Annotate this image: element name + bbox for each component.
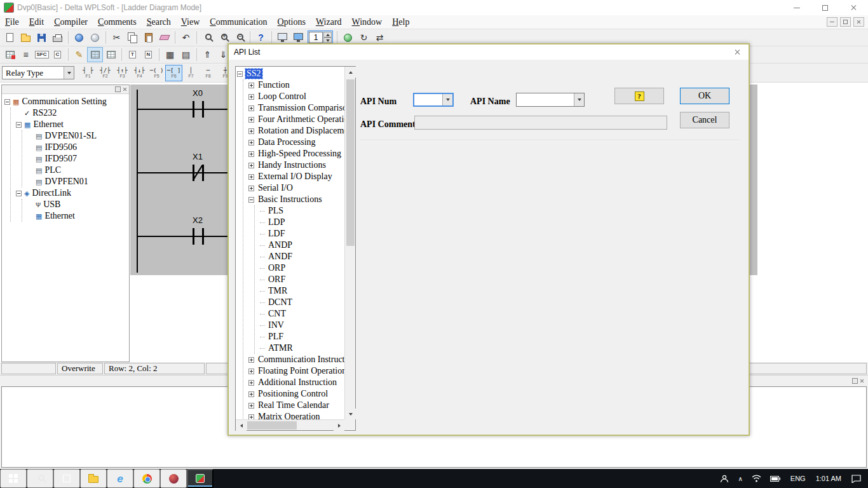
expand-box-icon[interactable] [248, 403, 254, 409]
api-item-andf[interactable]: ANDF [260, 251, 344, 262]
menu-compiler[interactable]: Compiler [49, 17, 93, 28]
api-category-high-speed-processing[interactable]: High-Speed Processing [248, 148, 344, 159]
api-num-dropdown-button[interactable] [442, 94, 452, 105]
api-item-ldf[interactable]: LDF [260, 228, 344, 240]
mdi-close-button[interactable] [853, 17, 864, 27]
api-item-dcnt[interactable]: DCNT [260, 297, 344, 308]
scroll-down-button[interactable] [345, 409, 356, 419]
wplsoft-button[interactable] [187, 469, 214, 488]
tray-people-icon[interactable] [715, 469, 733, 488]
compile-instruction-button[interactable]: ▤ [178, 47, 194, 62]
api-category-function[interactable]: Function [248, 79, 344, 91]
tree-item-ethernet[interactable]: ▦Ethernet [27, 210, 129, 222]
paste-button[interactable] [140, 30, 156, 45]
cancel-button[interactable]: Cancel [680, 112, 729, 128]
new-file-button[interactable] [2, 30, 18, 45]
ladder-contact-open-button[interactable]: ┤ ├F1 [79, 65, 97, 81]
api-category-basic-instructions[interactable]: Basic Instructions [248, 194, 344, 205]
expand-box-icon[interactable] [248, 94, 254, 100]
print-button[interactable] [50, 30, 65, 45]
expand-box-icon[interactable] [248, 357, 254, 363]
step-value[interactable]: 1 [309, 32, 323, 43]
api-category-handy-instructions[interactable]: Handy Instructions [248, 159, 344, 171]
compile-ladder-button[interactable]: ▦ [162, 47, 178, 62]
horizontal-scrollbar[interactable] [236, 419, 344, 430]
simulator-start-button[interactable] [71, 30, 87, 45]
find-button[interactable] [200, 30, 215, 45]
api-category-four-arithmetic-operations[interactable]: Four Arithmetic Operations [248, 114, 344, 125]
menu-edit[interactable]: Edit [24, 17, 49, 28]
cut-button[interactable]: ✂ [109, 30, 125, 45]
ladder-vertical-line-button[interactable]: │F7 [182, 65, 200, 81]
collapse-box-icon[interactable] [248, 197, 254, 203]
monitor-table-button[interactable] [103, 47, 119, 62]
api-item-inv[interactable]: INV [260, 320, 344, 331]
search-button[interactable] [27, 469, 53, 488]
menu-communication[interactable]: Communication [205, 17, 272, 28]
ok-button[interactable]: OK [680, 88, 729, 104]
tree-item-ifd9506[interactable]: ▤IFD9506 [27, 142, 129, 153]
chrome-button[interactable] [133, 469, 160, 488]
relay-type-dropdown-button[interactable] [64, 67, 74, 79]
api-item-orp[interactable]: ORP [260, 262, 344, 274]
file-explorer-button[interactable] [80, 469, 107, 488]
menu-options[interactable]: Options [273, 17, 311, 28]
api-comment-field[interactable] [414, 116, 667, 130]
maximize-button[interactable] [811, 0, 839, 15]
comment-mode-button[interactable]: C [50, 47, 65, 62]
sfc-mode-button[interactable]: SFC [34, 47, 50, 62]
instruction-mode-button[interactable]: ≡ [18, 47, 34, 62]
api-num-combo[interactable] [413, 93, 454, 107]
tree-item-directlink[interactable]: ◈DirectLink [16, 187, 129, 199]
collapse-box-icon[interactable] [237, 71, 243, 77]
step-spinner[interactable]: 1 [308, 30, 333, 44]
mdi-restore-button[interactable] [840, 17, 851, 27]
expand-box-icon[interactable] [248, 174, 254, 180]
dialog-close-button[interactable] [731, 46, 743, 58]
edit-comment-button[interactable]: ✎ [71, 47, 87, 62]
device-comment-button[interactable]: T [125, 47, 140, 62]
expand-box-icon[interactable] [248, 369, 254, 374]
tray-battery-icon[interactable] [766, 469, 785, 488]
ladder-output-coil-button[interactable]: ─( )F5 [148, 65, 165, 81]
api-category-data-processing[interactable]: Data Processing [248, 137, 344, 148]
api-name-dropdown-button[interactable] [574, 93, 584, 106]
ladder-contact-x2[interactable]: X2 [193, 228, 204, 245]
pin-icon[interactable] [115, 86, 121, 92]
api-category-matrix-operation[interactable]: Matrix Operation [248, 411, 344, 419]
api-item-plf[interactable]: PLF [260, 331, 344, 342]
api-item-ldp[interactable]: LDP [260, 217, 344, 228]
expand-box-icon[interactable] [248, 151, 254, 157]
ladder-contact-x1[interactable]: X1 [193, 165, 204, 181]
copy-button[interactable] [125, 30, 140, 45]
api-category-loop-control[interactable]: Loop Control [248, 91, 344, 102]
api-item-orf[interactable]: ORF [260, 274, 344, 285]
expand-box-icon[interactable] [248, 186, 254, 191]
menu-window[interactable]: Window [347, 17, 388, 28]
expand-box-icon[interactable] [248, 83, 254, 88]
scroll-up-button[interactable] [345, 67, 356, 78]
ladder-contact-rising-button[interactable]: ┤↑├F3 [114, 65, 131, 81]
expand-box-icon[interactable] [248, 414, 254, 420]
save-file-button[interactable] [34, 30, 50, 45]
expand-box-icon[interactable] [248, 163, 254, 168]
api-name-combo[interactable] [516, 93, 585, 107]
api-item-tmr[interactable]: TMR [260, 285, 344, 297]
menu-help[interactable]: Help [387, 17, 414, 28]
ladder-mode-button[interactable] [2, 47, 18, 62]
relay-type-combo[interactable]: Relay Type [2, 66, 74, 79]
api-item-pls[interactable]: PLS [260, 205, 344, 217]
api-category-additional-instruction[interactable]: Additional Instruction [248, 377, 344, 388]
ladder-horizontal-line-button[interactable]: ─F8 [200, 65, 217, 81]
menu-comments[interactable]: Comments [93, 17, 142, 28]
close-button[interactable] [839, 0, 868, 15]
pin-icon[interactable] [852, 378, 858, 384]
spinner-down-button[interactable] [323, 37, 332, 43]
api-item-cnt[interactable]: CNT [260, 308, 344, 320]
api-category-floating-point-operation[interactable]: Floating Point Operation [248, 365, 344, 377]
menu-view[interactable]: View [176, 17, 205, 28]
api-category-external-i-o-display[interactable]: External I/O Display [248, 171, 344, 182]
tree-item-dvpen01-sl[interactable]: ▤DVPEN01-SL [27, 130, 129, 142]
expand-box-icon[interactable] [248, 128, 254, 134]
collapse-box-icon[interactable] [4, 99, 10, 105]
